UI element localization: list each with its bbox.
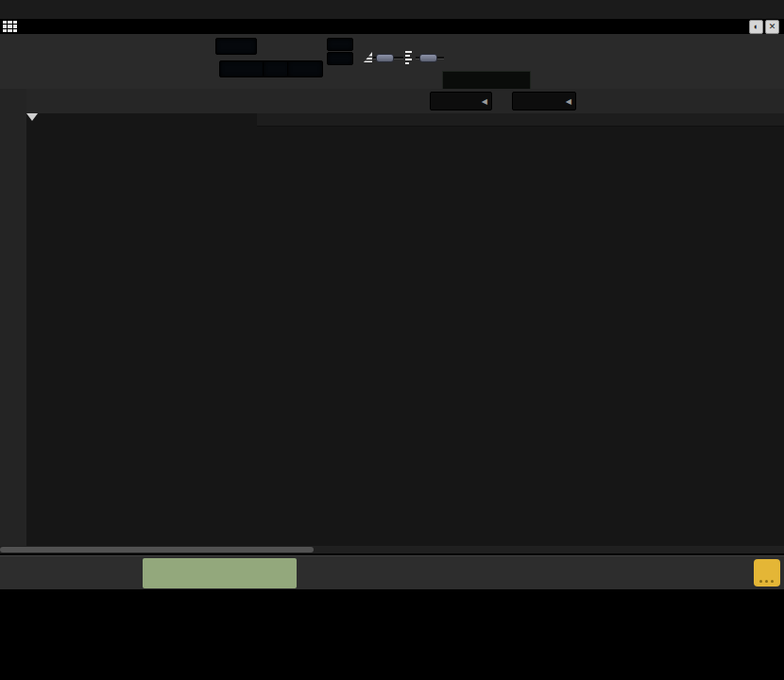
horizontal-scrollbar[interactable] [0, 546, 784, 553]
snap-combo[interactable]: ◀ [512, 92, 576, 110]
time-min-display [219, 60, 266, 77]
scrollbar-thumb[interactable] [0, 547, 314, 552]
side-toolbar [0, 89, 27, 553]
audio-waveform-visualization [0, 589, 784, 680]
playhead-marker[interactable] [26, 113, 38, 121]
zoom-combo[interactable]: ◀ [430, 92, 492, 110]
combo-arrow-icon: ◀ [482, 97, 487, 106]
song-editor [26, 113, 784, 546]
tempo-display[interactable] [215, 38, 257, 55]
master-volume-handle[interactable] [376, 54, 394, 62]
maximize-button[interactable] [752, 5, 762, 15]
timesig-denominator-display[interactable] [327, 52, 353, 65]
menu-bar: ◐ ✕ [0, 19, 784, 34]
song-editor-toolbar: ◀ ◀ [26, 89, 784, 113]
mdi-close-icon[interactable]: ✕ [765, 20, 779, 34]
timeline[interactable] [257, 113, 784, 127]
close-button[interactable] [770, 5, 780, 15]
combo-arrow-icon: ◀ [566, 97, 571, 106]
master-pitch-icon [404, 50, 414, 64]
time-msec-display [287, 60, 323, 77]
desktop: ◐ ✕ [0, 0, 784, 680]
mdi-restore-icon[interactable]: ◐ [749, 20, 763, 34]
minimize-button[interactable] [734, 5, 744, 15]
master-pitch-handle[interactable] [419, 54, 437, 62]
window-titlebar [0, 0, 784, 19]
active-task-button[interactable] [143, 558, 297, 588]
main-toolbar [0, 34, 784, 90]
taskbar [0, 555, 784, 590]
timesig-numerator-display[interactable] [327, 38, 353, 51]
workspace-button[interactable] [754, 559, 780, 586]
window-menu-icon[interactable] [3, 21, 17, 32]
